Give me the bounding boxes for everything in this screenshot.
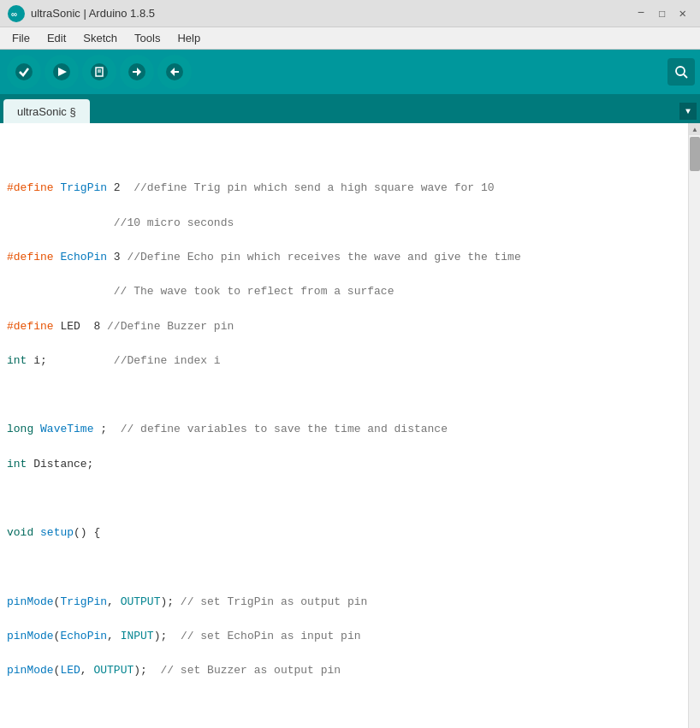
svg-point-2: [15, 63, 33, 80]
close-button[interactable]: ✕: [679, 6, 686, 21]
tabs-bar: ultraSonic § ▼: [0, 94, 700, 123]
menu-file[interactable]: File: [3, 30, 39, 46]
svg-point-15: [676, 67, 685, 75]
tab-ultrasonic[interactable]: ultraSonic §: [3, 99, 90, 123]
menu-tools[interactable]: Tools: [126, 30, 169, 46]
code-content: #define TrigPin 2 //define Trig pin whic…: [0, 127, 688, 728]
new-button[interactable]: [82, 55, 116, 89]
scroll-thumb[interactable]: [690, 137, 700, 171]
scroll-up-arrow[interactable]: ▲: [689, 123, 700, 135]
tab-label: ultraSonic §: [17, 105, 76, 118]
svg-text:∞: ∞: [11, 9, 17, 19]
svg-line-16: [684, 74, 687, 78]
editor-container: #define TrigPin 2 //define Trig pin whic…: [0, 123, 700, 728]
minimize-button[interactable]: −: [638, 6, 644, 21]
open-button[interactable]: [120, 55, 154, 89]
menu-edit[interactable]: Edit: [39, 30, 74, 46]
menubar: File Edit Sketch Tools Help: [0, 27, 700, 50]
upload-button[interactable]: [44, 55, 79, 89]
save-button[interactable]: [157, 55, 192, 89]
menu-sketch[interactable]: Sketch: [74, 30, 126, 46]
tab-dropdown-button[interactable]: ▼: [679, 103, 697, 120]
window-controls: − ☐ ✕: [638, 6, 686, 21]
titlebar: ∞ ultraSonic | Arduino 1.8.5 − ☐ ✕: [0, 0, 700, 27]
verify-button[interactable]: [7, 55, 41, 89]
title-text: ultraSonic | Arduino 1.8.5: [31, 7, 638, 20]
menu-help[interactable]: Help: [169, 30, 209, 46]
search-button[interactable]: [667, 58, 695, 86]
toolbar: [0, 50, 700, 94]
code-editor[interactable]: #define TrigPin 2 //define Trig pin whic…: [0, 123, 688, 728]
arduino-logo-icon: ∞: [7, 4, 26, 23]
vertical-scrollbar[interactable]: ▲: [688, 123, 700, 728]
maximize-button[interactable]: ☐: [658, 6, 665, 21]
